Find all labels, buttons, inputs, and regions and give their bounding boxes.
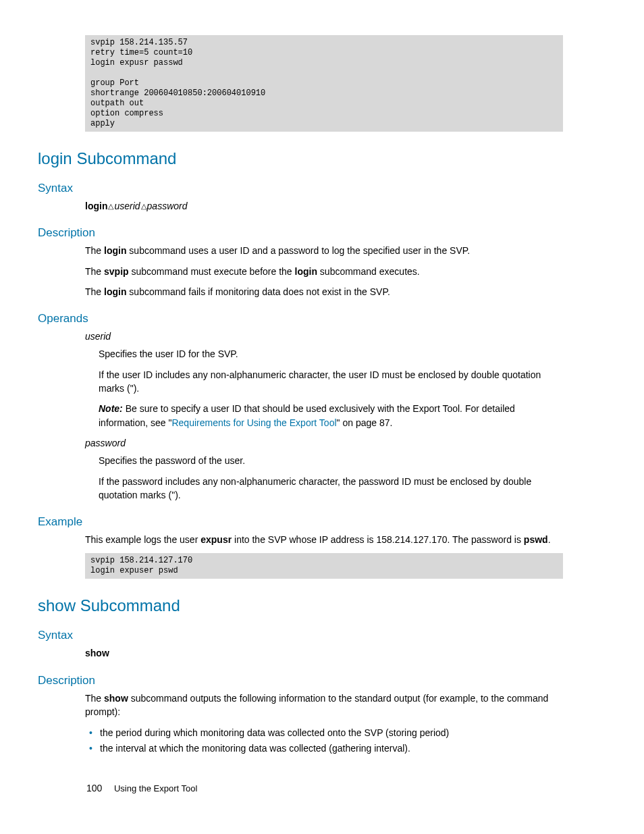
bold: pswd	[524, 534, 548, 545]
bold: login	[104, 286, 126, 297]
text: .	[548, 534, 551, 545]
text: This example logs the user	[85, 534, 200, 545]
operand-userid-desc2: If the user ID includes any non-alphanum…	[99, 368, 563, 396]
bold: svpip	[104, 266, 129, 277]
operand-userid-desc1: Specifies the user ID for the SVP.	[99, 347, 563, 361]
bold: login	[104, 245, 126, 256]
heading-syntax: Syntax	[38, 182, 603, 195]
triangle-icon: △	[141, 201, 146, 212]
note-label: Note:	[99, 403, 123, 414]
heading-description: Description	[38, 226, 603, 240]
heading-operands: Operands	[38, 312, 603, 325]
text: The	[85, 286, 104, 297]
text: subcommand outputs the following informa…	[85, 693, 548, 717]
text: " on page 87.	[337, 417, 393, 428]
text: The	[85, 266, 104, 277]
example-text: This example logs the user expusr into t…	[85, 533, 563, 546]
desc-p2: The svpip subcommand must execute before…	[85, 265, 563, 278]
footer-text: Using the Export Tool	[114, 783, 197, 793]
text: subcommand must execute before the	[129, 266, 295, 277]
bold: show	[104, 693, 128, 704]
bold: expusr	[200, 534, 232, 545]
list-item: the period during which monitoring data …	[85, 725, 603, 740]
text: subcommand executes.	[317, 266, 420, 277]
heading-syntax-show: Syntax	[38, 629, 603, 642]
text: The	[85, 245, 104, 256]
bold: login	[295, 266, 317, 277]
desc-p1: The login subcommand uses a user ID and …	[85, 244, 563, 257]
page-number: 100	[86, 783, 102, 793]
text: subcommand uses a user ID and a password…	[126, 245, 470, 256]
syntax-login: login	[85, 201, 107, 211]
syntax-show: show	[85, 648, 109, 658]
syntax-userid: userid	[114, 201, 140, 211]
text: into the SVP whose IP address is 158.214…	[232, 534, 524, 545]
desc-p3: The login subcommand fails if monitoring…	[85, 285, 563, 298]
syntax-password: password	[147, 201, 188, 211]
operand-note: Note: Be sure to specify a user ID that …	[99, 402, 563, 429]
show-desc: The show subcommand outputs the followin…	[85, 692, 563, 719]
operand-password-desc2: If the password includes any non-alphanu…	[99, 475, 563, 502]
heading-description-show: Description	[38, 674, 603, 687]
heading-login-subcommand: login Subcommand	[38, 149, 603, 168]
text: The	[85, 693, 104, 704]
link-requirements[interactable]: Requirements for Using the Export Tool	[171, 417, 336, 428]
operand-userid: userid	[85, 331, 111, 342]
list-item: the interval at which the monitoring dat…	[85, 741, 603, 756]
text: subcommand fails if monitoring data does…	[126, 286, 390, 297]
operand-password-desc1: Specifies the password of the user.	[99, 454, 563, 467]
heading-example: Example	[38, 515, 603, 529]
heading-show-subcommand: show Subcommand	[38, 596, 603, 615]
syntax-line: login△userid△password	[85, 199, 563, 213]
code-block-2: svpip 158.214.127.170 login expuser pswd	[85, 553, 563, 579]
operand-password: password	[85, 438, 126, 448]
page-footer: 100 Using the Export Tool	[86, 783, 197, 793]
code-block-1: svpip 158.214.135.57 retry time=5 count=…	[85, 35, 563, 132]
triangle-icon: △	[108, 201, 113, 212]
